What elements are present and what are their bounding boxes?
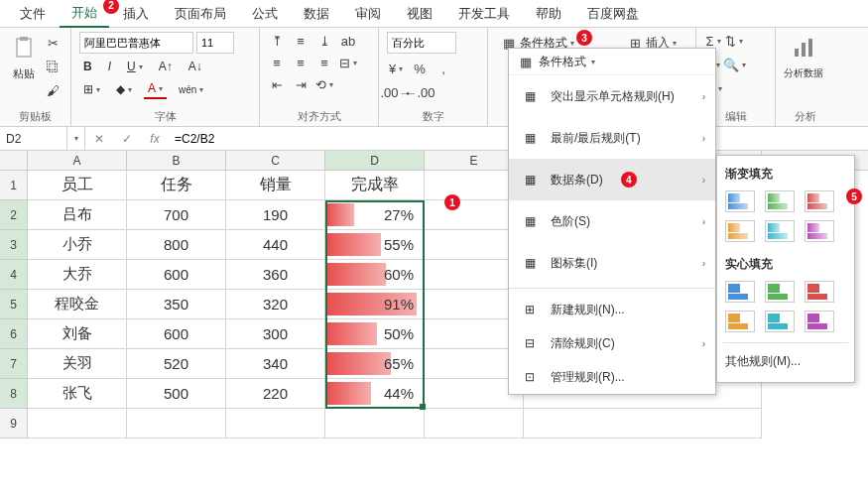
cell[interactable]: 360 [226,260,325,290]
row-header[interactable]: 6 [0,319,28,349]
menu-item-toprules[interactable]: ▦最前/最后规则(T)› [509,117,715,159]
select-all-corner[interactable] [0,151,28,170]
col-header[interactable]: B [127,151,226,170]
decrease-font-button[interactable]: A↓ [185,58,206,75]
tab-view[interactable]: 视图 [395,1,444,27]
cell[interactable]: 600 [127,260,226,290]
font-name-select[interactable] [79,32,193,54]
cell[interactable] [425,409,524,439]
cell[interactable]: 刘备 [28,319,127,349]
cell[interactable] [524,409,762,439]
databar-solid-green[interactable] [765,281,795,303]
cell[interactable]: 91% [325,290,425,319]
dec-decimal-icon[interactable]: ←.00 [411,83,429,101]
cell[interactable]: 220 [226,379,325,409]
row-header[interactable]: 1 [0,171,28,200]
indent-dec-icon[interactable]: ⇤ [268,75,286,93]
databar-gradient-green[interactable] [765,190,795,212]
align-center-icon[interactable]: ≡ [292,54,310,71]
cell[interactable]: 320 [226,290,325,319]
cell[interactable] [127,409,226,439]
enter-icon[interactable]: ✓ [113,132,141,146]
font-size-select[interactable] [196,32,234,54]
menu-item-colorscales[interactable]: ▦色阶(S)› [509,200,715,242]
row-header[interactable]: 5 [0,290,28,319]
increase-font-button[interactable]: A↑ [155,58,177,75]
cell[interactable] [226,409,325,439]
find-icon[interactable]: 🔍▾ [725,56,743,73]
row-header[interactable]: 8 [0,379,28,409]
border-button[interactable]: ⊞▾ [79,80,104,98]
databar-solid-purple[interactable] [805,311,834,332]
sort-icon[interactable]: ⇅▾ [725,32,743,50]
cell[interactable]: 500 [127,379,226,409]
cell[interactable] [325,409,425,439]
cell[interactable]: 350 [127,290,226,319]
cancel-icon[interactable]: ✕ [85,132,113,146]
databar-gradient-blue[interactable] [725,190,755,212]
align-top-icon[interactable]: ⤒ [268,32,286,50]
row-header[interactable]: 2 [0,200,28,230]
paste-icon[interactable] [8,32,40,63]
cell[interactable]: 小乔 [28,230,127,260]
menu-item-clearrule[interactable]: ⊟清除规则(C)› [509,326,715,360]
indent-inc-icon[interactable]: ⇥ [292,75,310,93]
tab-formula[interactable]: 公式 [240,1,290,27]
cell[interactable] [28,409,127,439]
cell[interactable]: 440 [226,230,325,260]
col-header[interactable]: A [28,151,127,170]
col-header[interactable]: C [226,151,325,170]
databar-solid-red[interactable] [805,281,834,303]
cut-icon[interactable]: ✂ [44,34,62,52]
cell[interactable]: 程咬金 [28,290,127,319]
align-bottom-icon[interactable]: ⤓ [315,32,333,50]
inc-decimal-icon[interactable]: .00→ [387,83,405,101]
merge-icon[interactable]: ⊟▾ [339,54,357,71]
format-painter-icon[interactable]: 🖌 [44,81,62,99]
tab-dev[interactable]: 开发工具 [446,1,522,27]
italic-button[interactable]: I [104,58,115,75]
cell[interactable]: 300 [226,319,325,349]
wrap-text-icon[interactable]: ab [339,32,357,50]
menu-item-iconsets[interactable]: ▦图标集(I)› [509,242,715,284]
copy-icon[interactable]: ⿻ [44,58,62,75]
fill-color-button[interactable]: ◆▾ [112,80,136,98]
tab-help[interactable]: 帮助 [524,1,573,27]
phonetic-button[interactable]: wén▾ [175,82,207,97]
row-header[interactable]: 7 [0,349,28,379]
menu-item-databars[interactable]: ▦数据条(D) 4 › [509,159,715,200]
row-header[interactable]: 9 [0,409,28,439]
databar-gradient-cyan[interactable] [765,220,795,242]
fx-icon[interactable]: fx [141,132,169,146]
align-middle-icon[interactable]: ≡ [292,32,310,50]
align-right-icon[interactable]: ≡ [315,54,333,71]
comma-icon[interactable]: , [434,60,452,77]
databar-solid-cyan[interactable] [765,311,795,332]
databar-solid-orange[interactable] [725,311,755,332]
menu-item-managerule[interactable]: ⊡管理规则(R)... [509,360,715,394]
cell[interactable]: 员工 [28,171,127,200]
cell[interactable]: 55% [325,230,425,260]
cell[interactable]: 张飞 [28,379,127,409]
cell[interactable]: 800 [127,230,226,260]
cell[interactable]: 关羽 [28,349,127,379]
cell[interactable]: 大乔 [28,260,127,290]
databar-solid-blue[interactable] [725,281,755,303]
databar-gradient-purple[interactable] [805,220,834,242]
more-rules-link[interactable]: 其他规则(M)... [723,347,848,376]
tab-layout[interactable]: 页面布局 [163,1,238,27]
align-left-icon[interactable]: ≡ [268,54,286,71]
tab-review[interactable]: 审阅 [343,1,393,27]
row-header[interactable]: 3 [0,230,28,260]
font-color-button[interactable]: A▾ [144,79,167,99]
cell[interactable]: 520 [127,349,226,379]
databar-gradient-red[interactable] [805,190,834,212]
cell[interactable]: 190 [226,200,325,230]
currency-icon[interactable]: ¥▾ [387,60,405,77]
cell[interactable]: 65% [325,349,425,379]
bold-button[interactable]: B [79,58,96,75]
cell[interactable]: 完成率 [325,171,425,200]
tab-baidu[interactable]: 百度网盘 [575,1,651,27]
tab-home[interactable]: 开始 2 [60,0,109,28]
cell[interactable]: 销量 [226,171,325,200]
